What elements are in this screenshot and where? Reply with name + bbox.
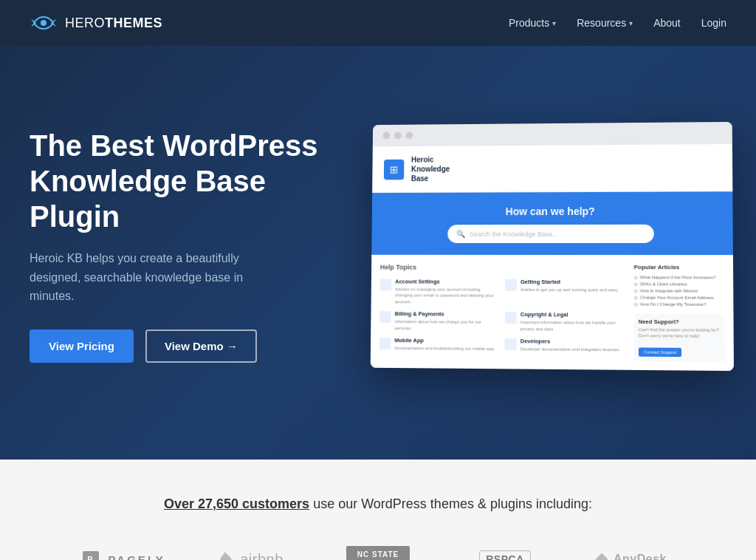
logo-icon: [30, 13, 58, 33]
account-settings-icon: [380, 279, 392, 290]
logos-headline-text: use our WordPress themes & plugins inclu…: [313, 496, 592, 511]
customer-count: Over 27,650 customers: [164, 496, 309, 511]
browser-mockup: ⊞ Heroic Knowledge Base How can we help?…: [371, 122, 734, 371]
kb-popular-4[interactable]: Change Your Account Email Address: [634, 295, 724, 300]
site-logo[interactable]: HEROTHEMES: [30, 13, 162, 33]
kb-app-header: ⊞ Heroic Knowledge Base: [372, 144, 732, 193]
view-pricing-button[interactable]: View Pricing: [30, 329, 134, 363]
getting-started-icon: [505, 279, 517, 291]
about-link[interactable]: About: [653, 17, 681, 29]
copyright-icon: [505, 312, 517, 324]
products-menu[interactable]: Products ▾: [509, 17, 556, 29]
kb-topic-1: Getting Started Articles to get you up a…: [505, 279, 627, 306]
billing-icon: [379, 311, 391, 323]
login-link[interactable]: Login: [701, 17, 726, 29]
logo-rspca: RSPCA: [441, 543, 568, 560]
kb-popular-3[interactable]: How to Integrate with Molovo: [634, 288, 724, 293]
logo-pagely: P PAGELY: [61, 544, 188, 560]
chevron-down-icon: ▾: [552, 19, 556, 27]
kb-search-bar[interactable]: 🔍 Search the Knowledge Base...: [447, 225, 654, 243]
bullet-icon: [634, 289, 638, 293]
kb-topics-grid: Account Settings Articles on managing yo…: [379, 278, 627, 352]
browser-dot-1: [382, 132, 390, 139]
kb-logo-icon: ⊞: [384, 159, 404, 180]
hero-section: The Best WordPress Knowledge Base Plugin…: [0, 46, 756, 460]
kb-popular-5[interactable]: How Do I Change My Timezone?: [634, 301, 724, 307]
logo-airbnb: airbnb: [188, 544, 315, 561]
bullet-icon: [634, 275, 638, 279]
kb-topic-0: Account Settings Articles on managing yo…: [379, 278, 499, 305]
kb-support-desc: Can't find the answer you're looking for…: [639, 327, 720, 340]
browser-dot-2: [394, 132, 402, 139]
kb-section-title: Help Topics: [380, 263, 627, 271]
kb-topic-3: Copyright & Legal Important information …: [505, 311, 627, 332]
logo-hero: HERO: [65, 16, 105, 30]
browser-dot-3: [406, 132, 413, 139]
mobile-app-icon: [379, 338, 391, 349]
navbar: HEROTHEMES Products ▾ Resources ▾ About …: [0, 0, 756, 46]
kb-body: Help Topics Account Settings Articles on…: [371, 255, 734, 371]
hero-subtitle: Heroic KB helps you create a beautifully…: [30, 249, 281, 306]
kb-hero-bar: How can we help? 🔍 Search the Knowledge …: [371, 191, 733, 255]
chevron-down-icon: ▾: [629, 19, 633, 27]
kb-topic-5: Developers Developer documentation and i…: [505, 338, 627, 353]
svg-point-0: [41, 20, 47, 26]
hero-title: The Best WordPress Knowledge Base Plugin: [30, 128, 325, 234]
kb-logo-text: Heroic Knowledge Base: [411, 154, 450, 183]
search-icon: 🔍: [456, 230, 465, 238]
hero-left: The Best WordPress Knowledge Base Plugin…: [30, 128, 325, 363]
kb-topic-2: Billing & Payments Information about how…: [379, 310, 499, 332]
anydesk-diamond-icon: [596, 553, 608, 560]
kb-topic-4: Mobile App Documentation and troubleshoo…: [379, 337, 499, 352]
developers-icon: [505, 338, 517, 350]
kb-popular-title: Popular Articles: [634, 264, 724, 270]
logos-grid: P PAGELY airbnb NC STATEUNIVERSITY RSPCA…: [61, 539, 695, 560]
view-demo-button[interactable]: View Demo →: [145, 329, 257, 363]
kb-sidebar: Popular Articles What Happens if the Pri…: [634, 264, 725, 361]
logo-anydesk: AnyDesk: [568, 545, 695, 560]
bullet-icon: [634, 302, 638, 306]
nav-links: Products ▾ Resources ▾ About Login: [509, 17, 726, 29]
kb-support-title: Need Support?: [639, 318, 720, 326]
browser-content: ⊞ Heroic Knowledge Base How can we help?…: [371, 144, 734, 371]
logos-section: Over 27,650 customers use our WordPress …: [0, 460, 756, 560]
kb-popular-1[interactable]: What Happens if the Price Increases?: [634, 275, 724, 279]
browser-toolbar: [373, 122, 732, 147]
bullet-icon: [634, 282, 638, 286]
kb-popular-2[interactable]: SDKs & Client Libraries: [634, 281, 724, 286]
kb-hero-search-title: How can we help?: [383, 205, 721, 217]
bullet-icon: [634, 296, 638, 299]
kb-search-placeholder: Search the Knowledge Base...: [470, 230, 558, 237]
logo-themes: THEMES: [105, 16, 162, 30]
contact-support-button[interactable]: Contact Support: [639, 347, 682, 357]
hero-buttons: View Pricing View Demo →: [30, 329, 325, 363]
resources-menu[interactable]: Resources ▾: [577, 17, 633, 29]
airbnb-icon: [219, 552, 232, 560]
pagely-box-icon: P: [83, 551, 99, 560]
kb-main-content: Help Topics Account Settings Articles on…: [379, 263, 627, 360]
kb-support-box: Need Support? Can't find the answer you'…: [634, 313, 725, 361]
logo-ncstate: NC STATEUNIVERSITY: [315, 539, 441, 560]
hero-right: ⊞ Heroic Knowledge Base How can we help?…: [369, 123, 731, 369]
logos-headline: Over 27,650 customers use our WordPress …: [30, 496, 726, 512]
